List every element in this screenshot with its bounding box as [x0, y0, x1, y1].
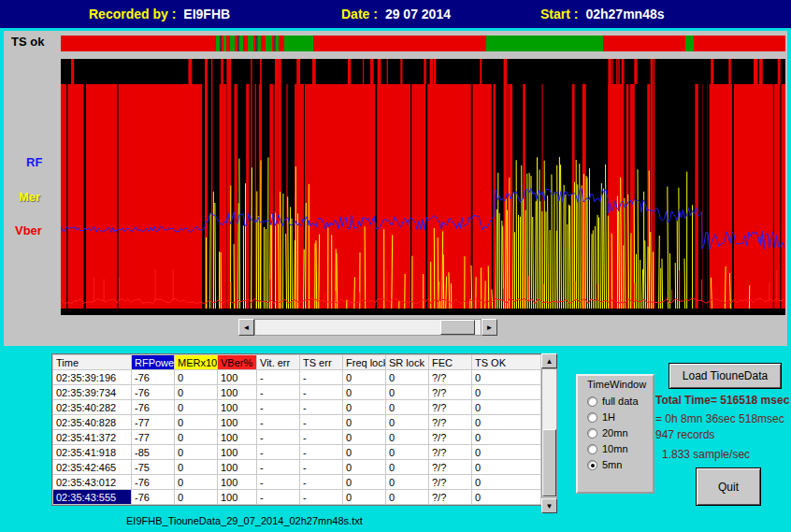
cell-ts_ok[interactable]: 0 — [472, 445, 541, 460]
cell-fec[interactable]: ?/? — [429, 415, 472, 430]
cell-ts_err[interactable]: - — [300, 475, 343, 490]
column-header-ts_ok[interactable]: TS OK — [472, 355, 541, 370]
cell-vber[interactable]: 100 — [218, 400, 257, 415]
cell-fec[interactable]: ?/? — [429, 445, 472, 460]
cell-time[interactable]: 02:35:39:196 — [53, 370, 132, 385]
cell-sr_lock[interactable]: 0 — [386, 370, 429, 385]
cell-ts_ok[interactable]: 0 — [472, 460, 541, 475]
column-header-vit_err[interactable]: Vit. err — [257, 355, 300, 370]
cell-ts_err[interactable]: - — [300, 490, 343, 505]
cell-rfpower[interactable]: -76 — [132, 385, 175, 400]
scroll-right-icon[interactable]: ► — [482, 319, 497, 336]
column-header-ts_err[interactable]: TS err — [300, 355, 343, 370]
radio-option-10mn[interactable]: 10mn — [587, 443, 653, 454]
cell-rfpower[interactable]: -75 — [132, 460, 175, 475]
cell-vber[interactable]: 100 — [218, 445, 257, 460]
cell-merx10[interactable]: 0 — [175, 385, 218, 400]
cell-time[interactable]: 02:35:42:465 — [53, 460, 132, 475]
cell-merx10[interactable]: 0 — [175, 430, 218, 445]
cell-freq_lock[interactable]: 0 — [343, 460, 386, 475]
cell-vit_err[interactable]: - — [257, 400, 300, 415]
cell-merx10[interactable]: 0 — [175, 490, 218, 505]
cell-vit_err[interactable]: - — [257, 475, 300, 490]
cell-time[interactable]: 02:35:43:012 — [53, 475, 132, 490]
cell-ts_err[interactable]: - — [300, 370, 343, 385]
cell-time[interactable]: 02:35:41:918 — [53, 445, 132, 460]
cell-ts_ok[interactable]: 0 — [472, 475, 541, 490]
radio-icon[interactable] — [587, 396, 597, 407]
cell-freq_lock[interactable]: 0 — [343, 370, 386, 385]
cell-ts_ok[interactable]: 0 — [472, 490, 541, 505]
cell-vber[interactable]: 100 — [218, 490, 257, 505]
cell-vber[interactable]: 100 — [218, 460, 257, 475]
column-header-fec[interactable]: FEC — [429, 355, 472, 370]
table-scroll-thumb[interactable] — [542, 429, 556, 496]
table-scroll-track[interactable] — [541, 368, 557, 498]
cell-sr_lock[interactable]: 0 — [386, 445, 429, 460]
cell-fec[interactable]: ?/? — [429, 475, 472, 490]
cell-freq_lock[interactable]: 0 — [343, 400, 386, 415]
cell-rfpower[interactable]: -76 — [132, 400, 175, 415]
cell-merx10[interactable]: 0 — [175, 460, 218, 475]
cell-sr_lock[interactable]: 0 — [386, 385, 429, 400]
cell-sr_lock[interactable]: 0 — [386, 415, 429, 430]
radio-icon[interactable] — [587, 428, 597, 439]
cell-time[interactable]: 02:35:43:555 — [53, 490, 132, 505]
cell-ts_ok[interactable]: 0 — [472, 370, 541, 385]
cell-vber[interactable]: 100 — [218, 475, 257, 490]
cell-vit_err[interactable]: - — [257, 460, 300, 475]
cell-merx10[interactable]: 0 — [175, 445, 218, 460]
cell-freq_lock[interactable]: 0 — [343, 415, 386, 430]
chart-scroll-thumb[interactable] — [440, 320, 475, 335]
cell-fec[interactable]: ?/? — [429, 490, 472, 505]
cell-sr_lock[interactable]: 0 — [386, 475, 429, 490]
cell-time[interactable]: 02:35:40:282 — [53, 400, 132, 415]
cell-vit_err[interactable]: - — [257, 430, 300, 445]
radio-option-full-data[interactable]: full data — [587, 395, 653, 407]
cell-fec[interactable]: ?/? — [429, 460, 472, 475]
cell-time[interactable]: 02:35:40:828 — [53, 415, 132, 430]
cell-ts_ok[interactable]: 0 — [472, 400, 541, 415]
cell-fec[interactable]: ?/? — [429, 385, 472, 400]
cell-rfpower[interactable]: -76 — [132, 475, 175, 490]
cell-fec[interactable]: ?/? — [429, 370, 472, 385]
column-header-vber[interactable]: VBer% — [218, 355, 257, 370]
radio-icon[interactable] — [587, 444, 597, 454]
cell-ts_err[interactable]: - — [300, 415, 343, 430]
cell-time[interactable]: 02:35:41:372 — [53, 430, 132, 445]
cell-rfpower[interactable]: -77 — [132, 415, 175, 430]
cell-freq_lock[interactable]: 0 — [343, 445, 386, 460]
scroll-down-icon[interactable]: ▼ — [541, 498, 557, 513]
chart-scroll-track[interactable] — [254, 319, 482, 336]
radio-icon[interactable] — [587, 412, 597, 423]
cell-sr_lock[interactable]: 0 — [386, 460, 429, 475]
cell-merx10[interactable]: 0 — [175, 370, 218, 385]
cell-ts_err[interactable]: - — [300, 385, 343, 400]
column-header-sr_lock[interactable]: SR lock — [386, 355, 429, 370]
column-header-freq_lock[interactable]: Freq lock — [343, 355, 386, 370]
column-header-time[interactable]: Time — [53, 355, 132, 370]
cell-ts_err[interactable]: - — [300, 400, 343, 415]
radio-icon[interactable] — [587, 460, 597, 470]
cell-fec[interactable]: ?/? — [429, 430, 472, 445]
cell-vit_err[interactable]: - — [257, 370, 300, 385]
cell-sr_lock[interactable]: 0 — [386, 430, 429, 445]
cell-merx10[interactable]: 0 — [175, 475, 218, 490]
cell-rfpower[interactable]: -76 — [132, 490, 175, 505]
radio-option-20mn[interactable]: 20mn — [587, 427, 653, 439]
cell-vit_err[interactable]: - — [257, 490, 300, 505]
column-header-merx10[interactable]: MERx10 — [175, 355, 218, 370]
cell-vber[interactable]: 100 — [218, 430, 257, 445]
cell-rfpower[interactable]: -77 — [132, 430, 175, 445]
load-tiounedata-button[interactable]: Load TiouneData — [669, 363, 782, 389]
cell-rfpower[interactable]: -85 — [132, 445, 175, 460]
cell-time[interactable]: 02:35:39:734 — [53, 385, 132, 400]
cell-vit_err[interactable]: - — [257, 445, 300, 460]
cell-ts_err[interactable]: - — [300, 445, 343, 460]
radio-option-1H[interactable]: 1H — [587, 411, 653, 423]
cell-ts_ok[interactable]: 0 — [472, 430, 541, 445]
scroll-left-icon[interactable]: ◄ — [238, 319, 254, 336]
radio-option-5mn[interactable]: 5mn — [587, 459, 653, 470]
cell-vber[interactable]: 100 — [218, 370, 257, 385]
cell-merx10[interactable]: 0 — [175, 400, 218, 415]
